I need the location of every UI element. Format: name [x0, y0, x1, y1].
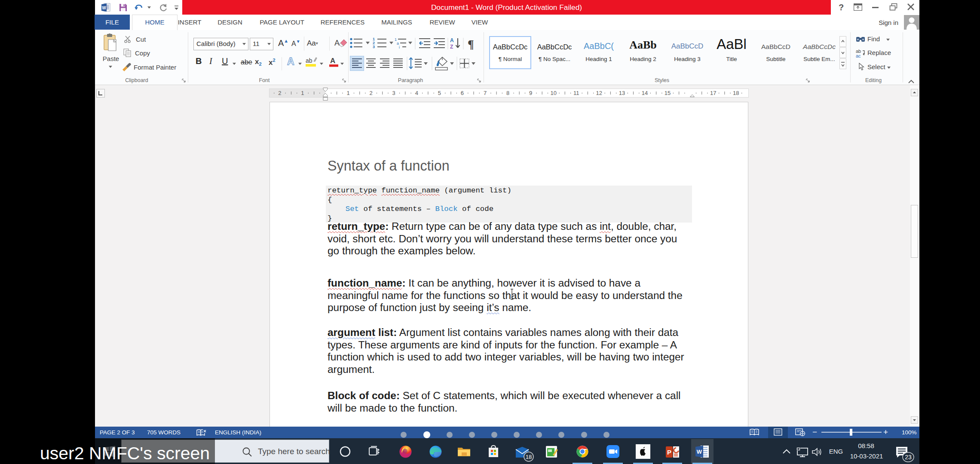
svg-text:W: W — [697, 449, 702, 455]
svg-text:18: 18 — [526, 454, 532, 460]
svg-text:P: P — [667, 449, 671, 456]
svg-text:23: 23 — [905, 454, 912, 461]
